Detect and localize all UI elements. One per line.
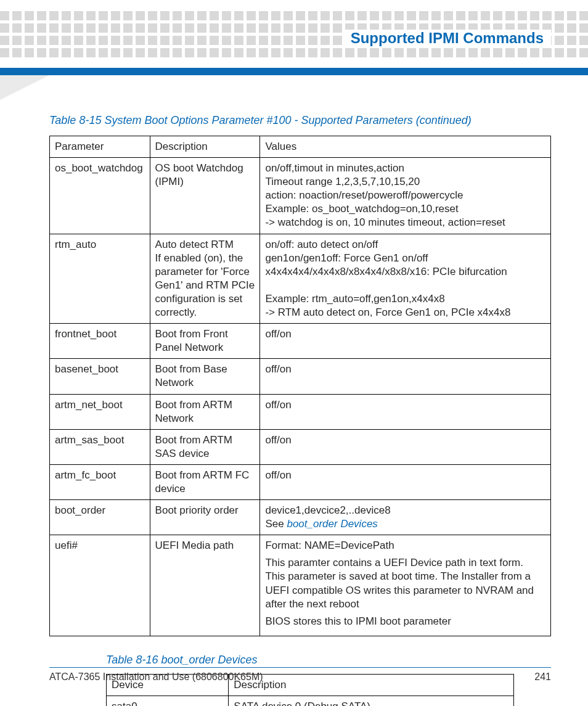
cell-values: off/on (260, 324, 551, 359)
cell-description: SATA device 0 (Debug SATA) (229, 696, 514, 706)
value-paragraph: This paramter contains a UEFI Device pat… (265, 556, 545, 610)
cell-parameter: os_boot_watchdog (50, 158, 150, 234)
cell-description: OS boot Watchdog (IPMI) (150, 158, 260, 234)
cell-values: Format: NAME=DevicePathThis paramter con… (260, 535, 551, 636)
page-content: Table 8-15 System Boot Options Parameter… (49, 114, 551, 706)
value-line: action: noaction/reset/poweroff/powercyc… (265, 189, 545, 202)
value-line: Example: rtm_auto=off,gen1on,x4x4x8 (265, 292, 545, 306)
table-row: sata0SATA device 0 (Debug SATA) (107, 696, 514, 706)
header-wedge (0, 75, 49, 100)
value-line: -> watchdog is on, 10 minutes timeout, a… (265, 216, 545, 229)
table-header-row: Parameter Description Values (50, 136, 551, 158)
cell-values: on/off,timout in minutes,actionTimeout r… (260, 158, 551, 234)
cell-parameter: frontnet_boot (50, 324, 150, 359)
cell-description: Boot from Base Network (150, 359, 260, 394)
cell-values: device1,devcice2,..device8 See boot_orde… (260, 500, 551, 535)
cell-parameter: artm_sas_boot (50, 429, 150, 464)
cell-values: off/on (260, 464, 551, 499)
value-line: gen1on/gen1off: Force Gen1 on/off (265, 252, 545, 265)
cell-parameter: boot_order (50, 500, 150, 535)
cell-parameter: rtm_auto (50, 234, 150, 324)
table-row: rtm_autoAuto detect RTM If enabled (on),… (50, 234, 551, 324)
header-blue-band (0, 68, 588, 75)
table-row: artm_sas_bootBoot from ARTM SAS deviceof… (50, 429, 551, 464)
cell-values: on/off: auto detect on/offgen1on/gen1off… (260, 234, 551, 324)
value-line: on/off: auto detect on/off (265, 238, 545, 252)
value-line: -> RTM auto detect on, Force Gen1 on, PC… (265, 306, 545, 319)
cell-parameter: artm_fc_boot (50, 464, 150, 499)
boot-order-devices-link[interactable]: boot_order Devices (287, 518, 377, 530)
table-row: os_boot_watchdogOS boot Watchdog (IPMI)o… (50, 158, 551, 234)
value-line: Example: os_boot_watchdog=on,10,reset (265, 202, 545, 216)
table-row: boot_orderBoot priority orderdevice1,dev… (50, 500, 551, 535)
table-row: basenet_bootBoot from Base Networkoff/on (50, 359, 551, 394)
footer-page-number: 241 (534, 671, 551, 683)
table-8-15: Parameter Description Values os_boot_wat… (49, 136, 551, 636)
table-8-15-caption: Table 8-15 System Boot Options Parameter… (49, 114, 551, 127)
value-line: on/off,timout in minutes,action (265, 162, 545, 175)
cell-values: off/on (260, 429, 551, 464)
table-row: artm_fc_bootBoot from ARTM FC deviceoff/… (50, 464, 551, 499)
cell-description: Boot priority order (150, 500, 260, 535)
cell-description: UEFI Media path (150, 535, 260, 636)
cell-parameter: basenet_boot (50, 359, 150, 394)
value-line: x4x4x4x4/x4x4x8/x8x4x4/x8x8/x16: PCIe bi… (265, 265, 545, 279)
cell-description: Boot from ARTM SAS device (150, 429, 260, 464)
cell-values: off/on (260, 359, 551, 394)
cell-description: Auto detect RTM If enabled (on), the par… (150, 234, 260, 324)
cell-description: Boot from ARTM FC device (150, 464, 260, 499)
value-line: Timeout range 1,2,3,5,7,10,15,20 (265, 175, 545, 189)
cell-parameter: artm_net_boot (50, 394, 150, 429)
value-line: off/on (265, 398, 545, 412)
value-line: off/on (265, 363, 545, 376)
cell-values: off/on (260, 394, 551, 429)
value-paragraph: Format: NAME=DevicePath (265, 539, 545, 552)
col-values: Values (260, 136, 551, 158)
cell-description: Boot from Front Panel Network (150, 324, 260, 359)
cell-description: Boot from ARTM Network (150, 394, 260, 429)
page-footer: ATCA-7365 Installation and Use (6806800K… (49, 667, 551, 683)
value-line: off/on (265, 433, 545, 447)
value-paragraph: BIOS stores this to IPMI boot parameter (265, 615, 545, 628)
footer-doc-title: ATCA-7365 Installation and Use (6806800K… (49, 671, 263, 683)
cell-device: sata0 (107, 696, 229, 706)
value-line: off/on (265, 469, 545, 482)
cell-parameter: uefi# (50, 535, 150, 636)
value-line: off/on (265, 327, 545, 341)
table-8-16-caption: Table 8-16 boot_order Devices (106, 654, 551, 667)
table-row: artm_net_bootBoot from ARTM Networkoff/o… (50, 394, 551, 429)
value-line (265, 279, 545, 292)
col-parameter: Parameter (50, 136, 150, 158)
section-title: Supported IPMI Commands (343, 30, 551, 47)
table-row: uefi#UEFI Media pathFormat: NAME=DeviceP… (50, 535, 551, 636)
table-row: frontnet_bootBoot from Front Panel Netwo… (50, 324, 551, 359)
col-description: Description (150, 136, 260, 158)
